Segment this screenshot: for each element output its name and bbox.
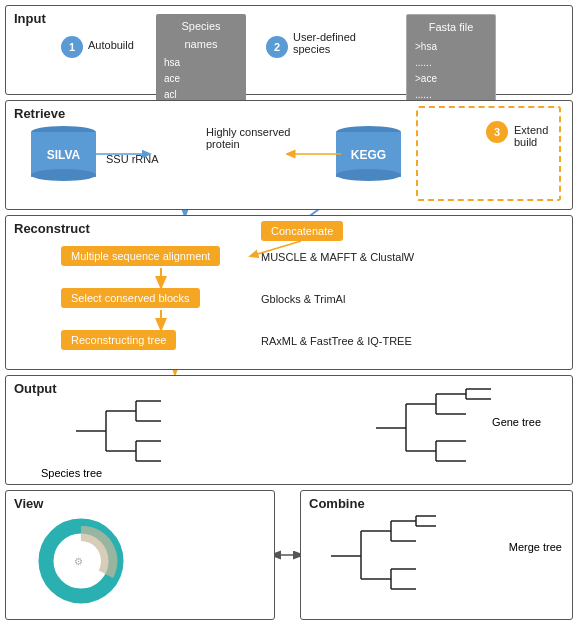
species-box-title: Species names bbox=[164, 18, 238, 53]
badge-3: 3 bbox=[486, 121, 508, 143]
reconstruct-section: Reconstruct Concatenate Multiple sequenc… bbox=[5, 215, 573, 370]
step1-tools: MUSCLE & MAFFT & ClustalW bbox=[261, 251, 414, 263]
fasta-line: >hsa bbox=[415, 39, 487, 55]
donut-chart: ⚙ bbox=[36, 516, 126, 609]
fasta-line: ...... bbox=[415, 55, 487, 71]
species-tree-label: Species tree bbox=[41, 467, 102, 479]
concatenate-box: Concatenate bbox=[261, 221, 343, 241]
reconstruct-label: Reconstruct bbox=[14, 221, 90, 236]
output-section: Output Species tree bbox=[5, 375, 573, 485]
extend-build-area bbox=[416, 106, 561, 201]
fasta-box: Fasta file >hsa ...... >ace ...... bbox=[406, 14, 496, 108]
step2-box: Select conserved blocks bbox=[61, 288, 200, 308]
species-list-item: ace bbox=[164, 71, 238, 87]
silva-cylinder: SILVA bbox=[31, 126, 96, 181]
badge-2: 2 bbox=[266, 36, 288, 58]
fasta-box-title: Fasta file bbox=[415, 19, 487, 37]
species-tree: Species tree bbox=[56, 391, 166, 474]
ssu-arrow-svg bbox=[94, 144, 154, 164]
badge-1: 1 bbox=[61, 36, 83, 58]
merge-tree-label: Merge tree bbox=[509, 541, 562, 553]
silva-label: SILVA bbox=[47, 148, 81, 162]
retrieve-label: Retrieve bbox=[14, 106, 65, 121]
extend-build-label: Extend build bbox=[514, 124, 572, 148]
combine-label: Combine bbox=[309, 496, 365, 511]
view-section: View ⚙ bbox=[5, 490, 275, 620]
combine-section: Combine Merge tree bbox=[300, 490, 573, 620]
gene-tree: Gene tree bbox=[366, 386, 496, 474]
step3-tools: RAxML & FastTree & IQ-TREE bbox=[261, 335, 412, 347]
step1-box: Multiple sequence alignment bbox=[61, 246, 220, 266]
fasta-line: >ace bbox=[415, 71, 487, 87]
view-label: View bbox=[14, 496, 43, 511]
merge-tree bbox=[321, 511, 441, 604]
protein-label: Highly conserved protein bbox=[206, 126, 296, 150]
gene-tree-label: Gene tree bbox=[492, 416, 541, 428]
input-label: Input bbox=[14, 11, 46, 26]
svg-text:⚙: ⚙ bbox=[74, 556, 83, 567]
autobuild-label: Autobuild bbox=[88, 39, 134, 51]
kegg-arrow-left-svg bbox=[286, 144, 346, 164]
step2-tools: Gblocks & TrimAl bbox=[261, 293, 345, 305]
output-label: Output bbox=[14, 381, 57, 396]
retrieve-section: Retrieve SILVA SSU rRNA Highly conserve bbox=[5, 100, 573, 210]
species-list-item: hsa bbox=[164, 55, 238, 71]
step3-box: Reconstructing tree bbox=[61, 330, 176, 350]
user-defined-label: User-defined species bbox=[293, 31, 373, 55]
kegg-label: KEGG bbox=[351, 148, 386, 162]
input-section: Input 1 Autobuild Species names hsa ace … bbox=[5, 5, 573, 95]
